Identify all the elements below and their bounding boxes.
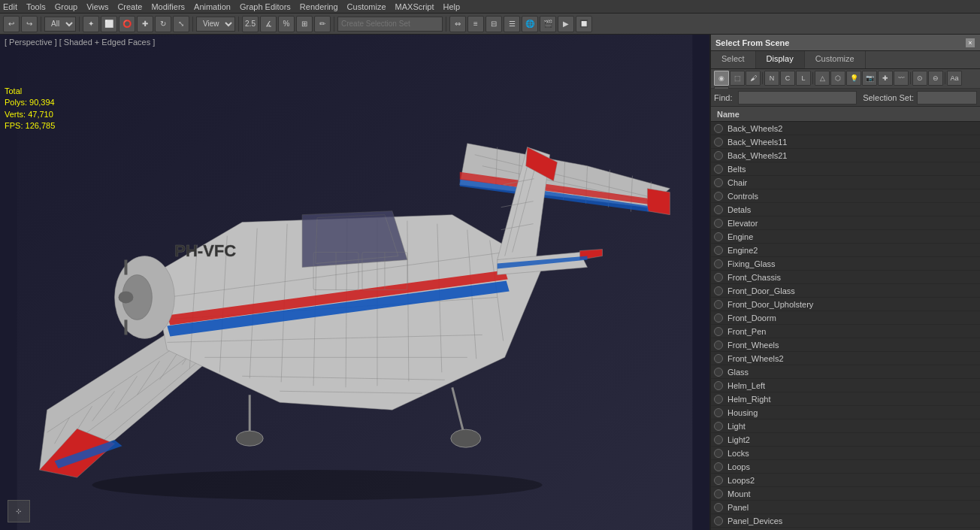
find-input[interactable] — [738, 91, 857, 104]
tab-display[interactable]: Display — [756, 51, 805, 68]
ptb-display-lights[interactable]: 💡 — [846, 71, 861, 86]
layer-mgr-btn[interactable]: ☰ — [504, 16, 520, 32]
tab-customize[interactable]: Customize — [805, 51, 866, 68]
object-item[interactable]: Elevator — [711, 217, 980, 230]
menu-item-graph-editors[interactable]: Graph Editors — [240, 2, 291, 11]
redo-button[interactable]: ↪ — [21, 16, 38, 32]
object-item[interactable]: Locks — [711, 447, 980, 460]
object-radio — [714, 286, 723, 295]
ptb-select-all[interactable]: ◉ — [714, 71, 729, 86]
ptb-select-by-name[interactable]: N — [764, 71, 779, 86]
object-item[interactable]: Front_Pen — [711, 325, 980, 338]
object-item[interactable]: Front_Door_Glass — [711, 284, 980, 298]
object-item[interactable]: Loops2 — [711, 474, 980, 487]
quick-align-btn[interactable]: ⊟ — [485, 16, 502, 32]
rotate-btn[interactable]: ↻ — [155, 16, 171, 32]
move-btn[interactable]: ✚ — [137, 16, 153, 32]
ptb-all-none[interactable]: ⊙ — [912, 71, 927, 86]
object-item[interactable]: Front_Door_Upholstery — [711, 298, 980, 311]
select-region-btn[interactable]: ⬜ — [101, 16, 117, 32]
object-item[interactable]: Back_Wheels11 — [711, 135, 980, 149]
tab-select[interactable]: Select — [711, 51, 756, 68]
ptb-window-cross[interactable]: ⬚ — [730, 71, 745, 86]
ptb-select-by-color[interactable]: C — [780, 71, 795, 86]
active-shade-btn[interactable]: 🔲 — [576, 16, 592, 32]
object-item[interactable]: Helm_Right — [711, 392, 980, 406]
object-item[interactable]: Glass — [711, 365, 980, 379]
object-item[interactable]: Belts — [711, 162, 980, 176]
viewport[interactable]: [ Perspective ] [ Shaded + Edged Faces ]… — [0, 35, 709, 530]
menu-item-animation[interactable]: Animation — [194, 2, 231, 11]
mode-dropdown[interactable]: All — [44, 17, 76, 32]
ptb-invert[interactable]: ⊖ — [928, 71, 943, 86]
view-dropdown[interactable]: View — [196, 17, 235, 32]
menu-item-edit[interactable]: Edit — [3, 2, 17, 11]
object-item[interactable]: Helm_Left — [711, 379, 980, 392]
align-btn[interactable]: ≡ — [467, 16, 484, 32]
object-item[interactable]: Engine2 — [711, 244, 980, 257]
ptb-display-geo[interactable]: △ — [815, 71, 830, 86]
ptb-display-cameras[interactable]: 📷 — [862, 71, 877, 86]
ptb-case-sensitive[interactable]: Aa — [947, 71, 962, 86]
ptb-paint-select[interactable]: 🖌 — [746, 71, 761, 86]
percent-snap-btn[interactable]: % — [278, 16, 295, 32]
object-item[interactable]: Front_Chassis — [711, 271, 980, 284]
ptb-display-helpers[interactable]: ✚ — [878, 71, 893, 86]
object-item[interactable]: Front_Doorm — [711, 311, 980, 325]
ptb-display-space-warps[interactable]: 〰 — [894, 71, 909, 86]
object-item[interactable]: Fixing_Glass — [711, 257, 980, 271]
object-item[interactable]: Light2 — [711, 433, 980, 447]
render-btn[interactable]: ▶ — [558, 16, 574, 32]
object-item[interactable]: Front_Wheels2 — [711, 352, 980, 365]
objects-list[interactable]: Back_Wheels2Back_Wheels11Back_Wheels21Be… — [711, 122, 980, 530]
mirror-btn[interactable]: ⇔ — [449, 16, 466, 32]
name-header: Name — [711, 107, 980, 122]
undo-button[interactable]: ↩ — [3, 16, 20, 32]
object-name-label: Front_Wheels — [727, 341, 779, 350]
menu-item-help[interactable]: Help — [443, 2, 461, 11]
object-item[interactable]: Engine — [711, 230, 980, 244]
object-name-label: Locks — [727, 449, 749, 458]
object-item[interactable]: Mount — [711, 487, 980, 501]
menu-item-maxscript[interactable]: MAXScript — [395, 2, 434, 11]
object-radio — [714, 462, 723, 471]
object-item[interactable]: Loops — [711, 460, 980, 474]
select-circle-btn[interactable]: ⭕ — [119, 16, 135, 32]
object-radio — [714, 422, 723, 431]
ptb-select-by-layer[interactable]: L — [796, 71, 811, 86]
render-setup-btn[interactable]: 🎬 — [540, 16, 556, 32]
object-item[interactable]: Panel_Devices — [711, 514, 980, 528]
object-item[interactable]: Housing — [711, 406, 980, 419]
object-radio — [714, 395, 723, 404]
selection-set-input[interactable] — [917, 91, 977, 104]
menu-item-views[interactable]: Views — [86, 2, 108, 11]
menu-item-create[interactable]: Create — [117, 2, 142, 11]
object-item[interactable]: Light — [711, 419, 980, 433]
ptb-display-shapes[interactable]: ⬡ — [830, 71, 845, 86]
scene-explorer-btn[interactable]: 🌐 — [522, 16, 538, 32]
object-item[interactable]: Detals — [711, 203, 980, 217]
menu-item-rendering[interactable]: Rendering — [300, 2, 338, 11]
main-toolbar: ↩ ↪ All ✦ ⬜ ⭕ ✚ ↻ ⤡ View 2.5 ∡ % ⊞ ✏ ⇔ ≡… — [0, 14, 980, 35]
menu-item-modifiers[interactable]: Modifiers — [151, 2, 185, 11]
object-item[interactable]: Back_Wheels21 — [711, 149, 980, 162]
object-item[interactable]: Controls — [711, 189, 980, 203]
right-panel: Select From Scene × Select Display Custo… — [709, 35, 980, 530]
menu-item-group[interactable]: Group — [55, 2, 78, 11]
snap-btn[interactable]: 2.5 — [242, 16, 259, 32]
create-selection-set-input[interactable] — [337, 17, 443, 32]
object-item[interactable]: Chair — [711, 176, 980, 189]
spinner-snap-btn[interactable]: ⊞ — [296, 16, 313, 32]
panel-close-button[interactable]: × — [965, 38, 975, 48]
edit-named-sel-btn[interactable]: ✏ — [314, 16, 331, 32]
angle-snap-btn[interactable]: ∡ — [260, 16, 277, 32]
select-btn[interactable]: ✦ — [83, 16, 99, 32]
object-item[interactable]: Front_Wheels — [711, 338, 980, 352]
object-radio — [714, 300, 723, 309]
menu-item-tools[interactable]: Tools — [26, 2, 46, 11]
navigation-cube[interactable]: ⊹ — [8, 500, 30, 522]
scale-btn[interactable]: ⤡ — [173, 16, 189, 32]
menu-item-customize[interactable]: Customize — [347, 2, 386, 11]
object-item[interactable]: Back_Wheels2 — [711, 122, 980, 135]
object-item[interactable]: Panel — [711, 501, 980, 514]
